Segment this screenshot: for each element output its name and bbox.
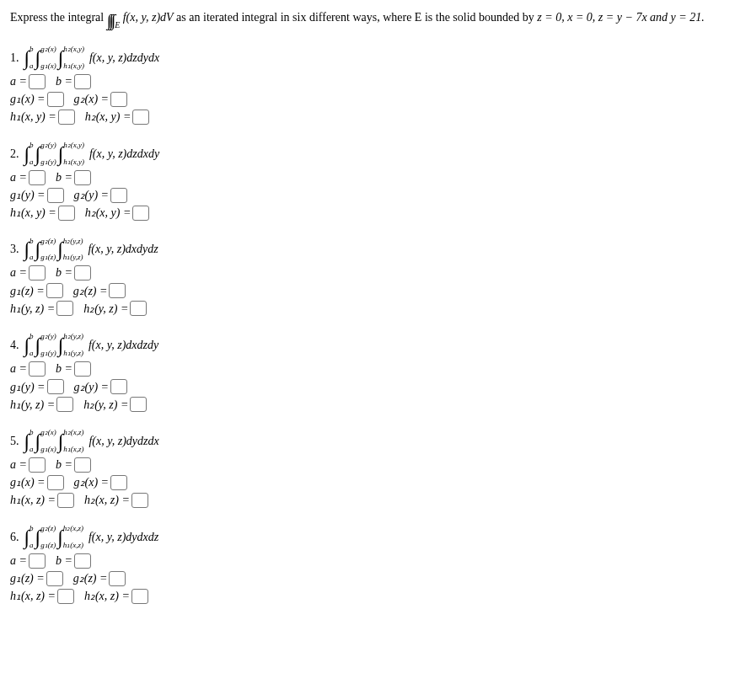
integrand: f(x, y, z)dydzdx xyxy=(89,435,158,448)
answer-line: a =b = xyxy=(10,361,741,377)
answer-input[interactable] xyxy=(47,475,64,490)
answer-pair: g₂(z) = xyxy=(73,283,128,298)
answer-pair: a = xyxy=(10,170,47,185)
answer-pair: g₁(x) = xyxy=(10,475,66,490)
answer-line: g₁(y) =g₂(y) = xyxy=(10,379,741,394)
integral-sign-icon: ∫ xyxy=(35,48,41,68)
lhs-label: a = xyxy=(10,362,27,376)
answer-input[interactable] xyxy=(46,283,63,298)
answer-input[interactable] xyxy=(110,379,127,394)
integral-sign-icon: ∫ xyxy=(35,335,41,355)
integral-limits: ba xyxy=(30,525,34,550)
integral-row: 5.∫ba∫g₂(x)g₁(x)∫h₂(x,z)h₁(x,z)f(x, y, z… xyxy=(10,429,741,454)
answer-input[interactable] xyxy=(58,110,75,125)
upper-limit: b xyxy=(30,333,34,341)
intro-integrand: f(x, y, z)dV xyxy=(123,11,174,24)
answer-pair: g₂(y) = xyxy=(74,379,130,394)
answer-input[interactable] xyxy=(58,206,75,221)
integral-limits: h₂(x,z)h₁(x,z) xyxy=(63,525,83,550)
answer-input[interactable] xyxy=(29,170,46,185)
answer-input[interactable] xyxy=(130,301,147,316)
answer-input[interactable] xyxy=(110,92,127,107)
integral-limits: g₂(z)g₁(z) xyxy=(40,238,56,263)
integral-limits: h₂(x,y)h₁(x,y) xyxy=(63,45,84,71)
answer-input[interactable] xyxy=(110,475,127,490)
problem-1: 1.∫ba∫g₂(x)g₁(x)∫h₂(x,y)h₁(x,y)f(x, y, z… xyxy=(10,45,741,125)
lhs-label: a = xyxy=(10,266,27,280)
answer-input[interactable] xyxy=(29,74,46,89)
answer-pair: g₁(z) = xyxy=(10,571,65,586)
intro-text: Express the integral ∫∫∫E f(x, y, z)dV a… xyxy=(10,8,741,32)
answer-input[interactable] xyxy=(29,553,46,569)
integral-sign-icon: ∫ xyxy=(58,48,64,68)
answer-line: h₁(x, z) =h₂(x, z) = xyxy=(10,589,741,604)
upper-limit: g₂(y) xyxy=(40,142,56,150)
answer-pair: h₂(x, z) = xyxy=(84,493,150,508)
answer-input[interactable] xyxy=(74,265,91,281)
answer-input[interactable] xyxy=(131,493,148,508)
integral-sign-icon: ∫ xyxy=(24,144,30,164)
answer-pair: h₁(x, z) = xyxy=(10,493,76,508)
upper-limit: h₂(x,z) xyxy=(63,429,83,437)
answer-pair: b = xyxy=(56,361,93,377)
answer-line: g₁(x) =g₂(x) = xyxy=(10,92,741,107)
lower-limit: h₁(y,z) xyxy=(63,350,83,358)
answer-pair: h₁(x, y) = xyxy=(10,110,77,125)
integral-sign-icon: ∫ xyxy=(24,431,30,452)
integrand: f(x, y, z)dzdydx xyxy=(89,51,159,65)
answer-input[interactable] xyxy=(47,379,64,394)
integral-row: 6.∫ba∫g₂(z)g₁(z)∫h₂(x,z)h₁(x,z)f(x, y, z… xyxy=(10,525,741,550)
lhs-label: g₂(z) = xyxy=(73,284,108,298)
answer-input[interactable] xyxy=(29,265,46,281)
answer-pair: a = xyxy=(10,361,47,377)
answer-pair: h₁(y, z) = xyxy=(10,301,75,316)
answer-pair: g₁(x) = xyxy=(10,92,66,107)
answer-input[interactable] xyxy=(131,589,148,604)
answer-input[interactable] xyxy=(132,206,149,221)
answer-input[interactable] xyxy=(29,361,46,377)
answer-input[interactable] xyxy=(109,283,126,298)
answer-input[interactable] xyxy=(74,553,91,569)
iterated-integral: ∫ba∫g₂(x)g₁(x)∫h₂(x,z)h₁(x,z)f(x, y, z)d… xyxy=(24,429,159,454)
answer-input[interactable] xyxy=(57,589,74,604)
answer-input[interactable] xyxy=(56,397,73,412)
iterated-integral: ∫ba∫g₂(z)g₁(z)∫h₂(x,z)h₁(x,z)f(x, y, z)d… xyxy=(24,525,159,550)
answer-line: h₁(x, z) =h₂(x, z) = xyxy=(10,493,741,508)
answer-line: g₁(z) =g₂(z) = xyxy=(10,283,741,298)
answer-input[interactable] xyxy=(57,493,74,508)
answer-pair: h₂(x, z) = xyxy=(84,589,150,604)
answer-input[interactable] xyxy=(74,170,91,185)
lhs-label: h₂(x, z) = xyxy=(84,589,130,603)
answer-input[interactable] xyxy=(109,571,126,586)
answer-pair: h₁(y, z) = xyxy=(10,397,75,412)
answer-pair: h₂(y, z) = xyxy=(83,301,148,316)
answer-input[interactable] xyxy=(110,188,127,203)
answer-input[interactable] xyxy=(74,457,91,473)
answer-pair: a = xyxy=(10,74,47,89)
lhs-label: g₁(z) = xyxy=(10,284,45,298)
answer-input[interactable] xyxy=(74,361,91,377)
lower-limit: a xyxy=(30,158,34,167)
answer-input[interactable] xyxy=(74,74,91,89)
lower-limit: g₁(y) xyxy=(40,350,56,358)
answer-pair: h₂(y, z) = xyxy=(83,397,148,412)
answer-input[interactable] xyxy=(130,397,147,412)
integral-limits: h₂(x,y)h₁(x,y) xyxy=(63,142,84,167)
integral-row: 4.∫ba∫g₂(y)g₁(y)∫h₂(y,z)h₁(y,z)f(x, y, z… xyxy=(10,333,741,358)
answer-line: h₁(x, y) =h₂(x, y) = xyxy=(10,110,741,125)
answer-pair: g₂(z) = xyxy=(73,571,128,586)
answer-input[interactable] xyxy=(29,457,46,473)
integral-limits: h₂(x,z)h₁(x,z) xyxy=(63,429,83,454)
answer-input[interactable] xyxy=(132,110,149,125)
integral-sign-icon: ∫ xyxy=(35,144,41,164)
answer-input[interactable] xyxy=(47,188,64,203)
answer-input[interactable] xyxy=(56,301,73,316)
answer-pair: b = xyxy=(56,457,93,473)
answer-input[interactable] xyxy=(47,92,64,107)
upper-limit: h₂(y,z) xyxy=(63,238,83,246)
problem-number: 3. xyxy=(10,243,19,256)
answer-pair: a = xyxy=(10,265,47,281)
answer-input[interactable] xyxy=(46,571,63,586)
upper-limit: g₂(x) xyxy=(40,45,56,54)
lhs-label: b = xyxy=(56,554,72,568)
